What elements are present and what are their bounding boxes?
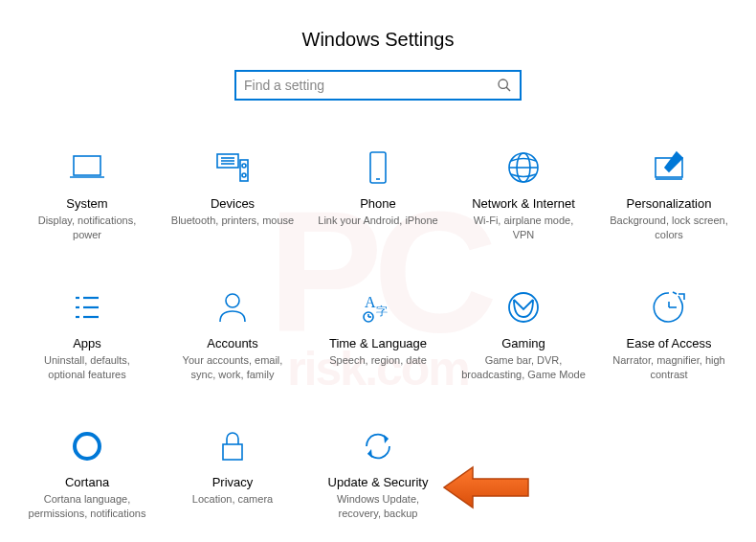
tile-title: Time & Language xyxy=(329,336,427,350)
tile-cortana[interactable]: Cortana Cortana language, permissions, n… xyxy=(19,427,155,521)
tile-title: Gaming xyxy=(501,336,545,350)
tile-desc: Wi-Fi, airplane mode, VPN xyxy=(461,214,586,242)
tile-title: Update & Security xyxy=(328,475,429,489)
tile-ease-of-access[interactable]: Ease of Access Narrator, magnifier, high… xyxy=(601,288,737,382)
svg-rect-36 xyxy=(223,444,242,460)
tile-desc: Narrator, magnifier, high contrast xyxy=(607,353,731,382)
svg-point-10 xyxy=(242,173,246,177)
accounts-icon xyxy=(213,288,252,327)
svg-line-1 xyxy=(506,87,510,91)
lock-icon xyxy=(213,427,252,465)
tile-personalization[interactable]: Personalization Background, lock screen,… xyxy=(601,148,737,242)
svg-rect-2 xyxy=(74,156,100,175)
svg-point-0 xyxy=(499,79,507,88)
phone-icon xyxy=(359,148,397,187)
gaming-icon xyxy=(504,288,543,327)
tile-title: Accounts xyxy=(207,336,257,350)
tile-title: Network & Internet xyxy=(472,196,575,211)
search-box[interactable] xyxy=(234,70,522,101)
personalization-icon xyxy=(650,148,688,187)
tile-accounts[interactable]: Accounts Your accounts, email, sync, wor… xyxy=(165,288,300,382)
svg-line-34 xyxy=(678,296,680,300)
tile-privacy[interactable]: Privacy Location, camera xyxy=(165,427,300,521)
tile-gaming[interactable]: Gaming Game bar, DVR, broadcasting, Game… xyxy=(456,288,591,382)
tile-desc: Location, camera xyxy=(192,492,273,507)
time-language-icon: A 字 xyxy=(359,288,397,327)
tile-system[interactable]: System Display, notifications, power xyxy=(19,148,155,242)
tile-desc: Speech, region, date xyxy=(329,353,427,368)
svg-text:字: 字 xyxy=(376,305,388,318)
tile-phone[interactable]: Phone Link your Android, iPhone xyxy=(310,148,446,242)
tile-time-language[interactable]: A 字 Time & Language Speech, region, date xyxy=(310,288,446,382)
tile-title: System xyxy=(66,196,107,211)
svg-point-24 xyxy=(226,294,239,307)
update-icon xyxy=(359,427,397,465)
tile-title: Devices xyxy=(211,196,255,211)
tile-title: Personalization xyxy=(627,196,712,211)
tile-desc: Bluetooth, printers, mouse xyxy=(171,214,294,228)
tile-desc: Link your Android, iPhone xyxy=(318,214,437,228)
svg-line-33 xyxy=(673,292,677,294)
tile-desc: Your accounts, email, sync, work, family xyxy=(170,353,295,382)
globe-icon xyxy=(504,148,543,187)
ease-of-access-icon xyxy=(650,288,688,327)
svg-rect-11 xyxy=(370,152,386,183)
tile-title: Phone xyxy=(360,196,396,211)
tile-title: Ease of Access xyxy=(627,336,712,350)
tile-apps[interactable]: Apps Uninstall, defaults, optional featu… xyxy=(19,288,155,382)
tile-desc: Background, lock screen, colors xyxy=(607,214,731,242)
settings-grid: System Display, notifications, power Dev… xyxy=(0,148,756,521)
tile-update-security[interactable]: Update & Security Windows Update, recove… xyxy=(310,427,446,521)
cortana-icon xyxy=(68,427,106,465)
apps-icon xyxy=(68,288,106,327)
tile-desc: Uninstall, defaults, optional features xyxy=(25,353,149,382)
tile-desc: Cortana language, permissions, notificat… xyxy=(25,492,149,521)
svg-point-9 xyxy=(242,164,246,168)
tile-devices[interactable]: Devices Bluetooth, printers, mouse xyxy=(165,148,300,242)
system-icon xyxy=(68,148,106,187)
tile-title: Cortana xyxy=(65,475,109,489)
tile-title: Privacy xyxy=(212,475,254,489)
tile-desc: Display, notifications, power xyxy=(25,214,149,242)
svg-point-35 xyxy=(75,434,100,459)
tile-network-internet[interactable]: Network & Internet Wi-Fi, airplane mode,… xyxy=(456,148,591,242)
tile-desc: Windows Update, recovery, backup xyxy=(316,492,440,521)
devices-icon xyxy=(213,148,252,187)
svg-text:A: A xyxy=(365,294,376,310)
page-title: Windows Settings xyxy=(0,29,756,51)
tile-title: Apps xyxy=(73,336,101,350)
search-input[interactable] xyxy=(244,78,497,93)
search-icon xyxy=(497,78,512,93)
tile-desc: Game bar, DVR, broadcasting, Game Mode xyxy=(461,353,586,382)
